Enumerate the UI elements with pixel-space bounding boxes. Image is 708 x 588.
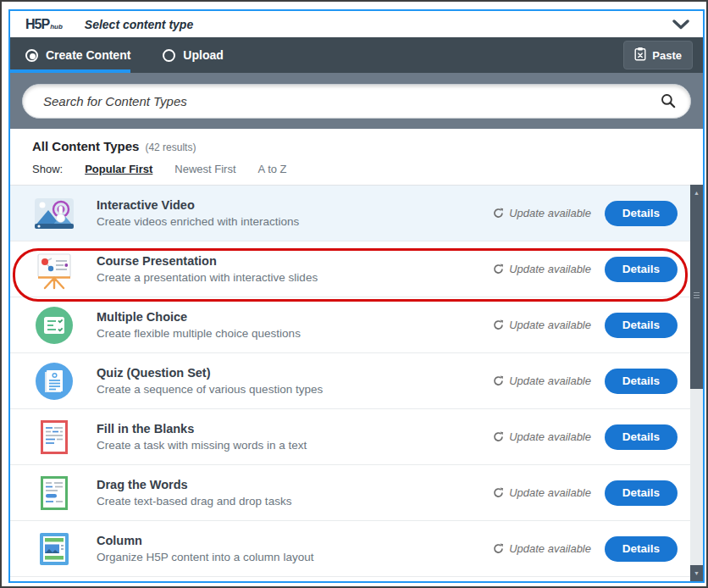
list-item-interactive-video[interactable]: Interactive Video Create videos enriched… [10,186,703,241]
list-item-quiz-question-set[interactable]: Quiz (Question Set) Create a sequence of… [10,353,703,409]
refresh-icon [493,319,504,330]
details-button[interactable]: Details [605,424,678,450]
content-type-description: Create text-based drag and drop tasks [97,495,291,508]
tab-upload[interactable]: Upload [163,48,223,62]
content-type-description: Create a task with missing words in a te… [97,439,307,452]
details-button[interactable]: Details [605,369,678,394]
list-item-course-presentation[interactable]: Course Presentation Create a presentatio… [10,241,703,297]
content-type-title: Column [97,534,313,547]
list-item-fill-in-the-blanks[interactable]: Fill in the Blanks Create a task with mi… [10,409,703,465]
content-type-panel: H5P hub Select content type Create Conte… [8,9,705,583]
h5p-logo-text: H5P [25,17,49,32]
results-heading: All Content Types [32,139,139,153]
content-type-title: Course Presentation [97,254,318,268]
h5p-hub-dialog: H5P hub Select content type Create Conte… [0,0,708,588]
scrollbar-grip-icon [694,292,700,293]
scrollbar: ▲ ▼ [690,185,703,581]
content-type-title: Quiz (Question Set) [97,366,323,380]
column-icon [32,527,76,571]
update-available-label: Update available [493,263,591,275]
details-button[interactable]: Details [605,313,678,338]
sort-a-to-z[interactable]: A to Z [258,163,287,175]
scrollbar-thumb[interactable] [690,201,703,389]
update-available-label: Update available [493,486,591,499]
update-available-label: Update available [493,542,591,555]
refresh-icon [493,375,504,386]
refresh-icon [493,487,504,498]
content-type-description: Create flexible multiple choice question… [97,327,301,340]
sort-popular-first[interactable]: Popular First [85,163,152,175]
course-presentation-icon [32,247,76,291]
details-button[interactable]: Details [605,536,678,562]
drag-the-words-icon [32,471,76,515]
details-button[interactable]: Details [605,480,678,506]
results-count: (42 results) [145,141,196,153]
content-type-title: Multiple Choice [97,310,301,324]
details-button[interactable]: Details [605,201,678,226]
chevron-down-icon[interactable] [672,19,689,30]
scrollbar-up-arrow-icon[interactable]: ▲ [690,185,703,201]
refresh-icon [493,543,504,554]
radio-unselected-icon [163,49,175,62]
paste-button[interactable]: Paste [623,41,693,69]
content-type-description: Organize H5P content into a column layou… [97,551,313,563]
panel-title: Select content type [85,18,193,31]
results-header: All Content Types (42 results) [10,129,703,153]
content-type-description: Create videos enriched with interactions [97,215,299,228]
hub-header: H5P hub Select content type [10,11,703,37]
show-label: Show: [32,163,63,175]
content-type-title: Interactive Video [97,198,299,212]
quiz-question-set-icon [32,359,76,403]
content-type-description: Create a presentation with interactive s… [97,271,318,284]
update-available-label: Update available [493,430,591,443]
details-button[interactable]: Details [605,257,678,282]
fill-in-the-blanks-icon [32,415,76,459]
content-type-description: Create a sequence of various question ty… [97,383,323,396]
search-input[interactable] [22,84,691,119]
content-type-list: Interactive Video Create videos enriched… [10,185,703,577]
content-type-title: Drag the Words [97,478,291,491]
tab-upload-label: Upload [183,48,223,62]
tab-create-content-label: Create Content [46,48,130,62]
tab-create-content[interactable]: Create Content [25,48,130,62]
update-available-label: Update available [493,207,591,219]
refresh-icon [493,208,504,219]
hub-logo-sub: hub [50,23,63,31]
search-icon[interactable] [661,93,676,112]
search-strip [10,73,703,129]
multiple-choice-icon [32,303,76,347]
update-available-label: Update available [493,319,591,331]
scrollbar-down-arrow-icon[interactable]: ▼ [690,565,703,581]
content-type-title: Fill in the Blanks [97,422,307,435]
radio-selected-icon [25,49,38,62]
update-available-label: Update available [493,374,591,387]
sort-row: Show: Popular First Newest First A to Z [10,153,703,185]
paste-button-label: Paste [652,49,682,62]
active-tab-underline [10,69,130,73]
clipboard-icon [634,47,646,64]
sort-newest-first[interactable]: Newest First [174,163,235,175]
list-item-drag-the-words[interactable]: Drag the Words Create text-based drag an… [10,465,703,521]
refresh-icon [493,263,504,275]
list-item-column[interactable]: Column Organize H5P content into a colum… [10,521,703,577]
interactive-video-icon [32,191,76,236]
refresh-icon [493,431,504,442]
mode-toolbar: Create Content Upload Paste [10,37,703,73]
list-item-multiple-choice[interactable]: Multiple Choice Create flexible multiple… [10,297,703,353]
h5p-hub-logo: H5P hub [25,17,63,32]
